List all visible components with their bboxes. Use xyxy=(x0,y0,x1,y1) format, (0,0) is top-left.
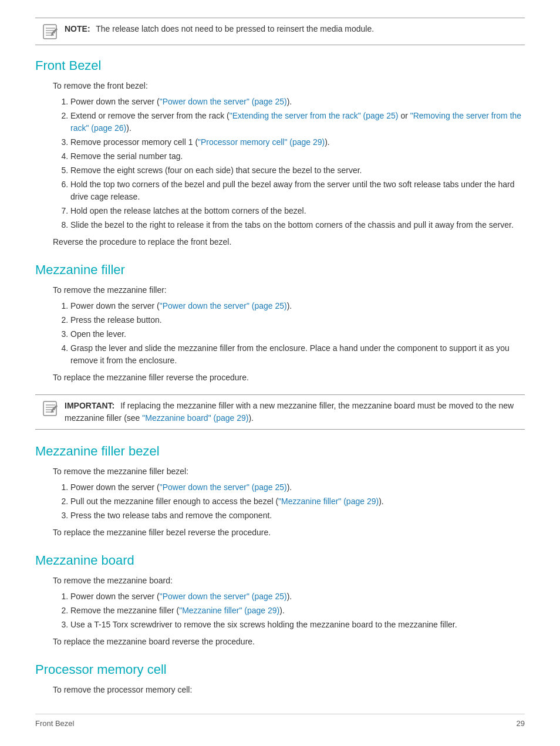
list-item: Pull out the mezzanine filler enough to … xyxy=(70,495,525,508)
mezzanine-filler-link-board[interactable]: "Mezzanine filler" (page 29) xyxy=(179,606,279,615)
extending-link[interactable]: "Extending the server from the rack" (pa… xyxy=(230,111,399,120)
section-front-bezel: Front Bezel To remove the front bezel: P… xyxy=(35,56,525,248)
mezzanine-filler-bezel-intro: To remove the mezzanine filler bezel: xyxy=(53,465,525,478)
list-item: Remove processor memory cell 1 ("Process… xyxy=(70,136,525,148)
section-heading-processor-memory-cell: Processor memory cell xyxy=(35,660,525,679)
section-mezzanine-filler-bezel: Mezzanine filler bezel To remove the mez… xyxy=(35,441,525,539)
section-heading-mezzanine-filler-bezel: Mezzanine filler bezel xyxy=(35,441,525,461)
list-item: Slide the bezel to the right to release … xyxy=(70,219,525,231)
power-down-link-4[interactable]: "Power down the server" (page 25) xyxy=(160,592,287,601)
front-bezel-close: Reverse the procedure to replace the fro… xyxy=(53,236,525,248)
mezzanine-board-close: To replace the mezzanine board reverse t… xyxy=(53,636,525,648)
list-item: Power down the server ("Power down the s… xyxy=(70,481,525,494)
footer-right: 29 xyxy=(517,718,525,730)
list-item: Extend or remove the server from the rac… xyxy=(70,110,525,134)
important-content: IMPORTANT: If replacing the mezzanine fi… xyxy=(65,400,518,424)
mezzanine-filler-intro: To remove the mezzanine filler: xyxy=(53,284,525,296)
note-box: NOTE: The release latch does not need to… xyxy=(35,18,525,45)
mezzanine-board-intro: To remove the mezzanine board: xyxy=(53,575,525,587)
list-item: Hold the top two corners of the bezel an… xyxy=(70,178,525,203)
note-icon xyxy=(42,23,59,40)
processor-memory-link-1[interactable]: "Processor memory cell" (page 29) xyxy=(198,137,325,147)
mezzanine-filler-list: Power down the server ("Power down the s… xyxy=(70,300,525,367)
power-down-link-3[interactable]: "Power down the server" (page 25) xyxy=(160,482,287,492)
section-heading-front-bezel: Front Bezel xyxy=(35,56,525,75)
section-heading-mezzanine-filler: Mezzanine filler xyxy=(35,260,525,279)
mezzanine-filler-link-bezel[interactable]: "Mezzanine filler" (page 29) xyxy=(278,497,379,506)
list-item: Open the lever. xyxy=(70,328,525,340)
section-mezzanine-filler: Mezzanine filler To remove the mezzanine… xyxy=(35,260,525,430)
important-box: IMPORTANT: If replacing the mezzanine fi… xyxy=(35,394,525,430)
mezzanine-filler-bezel-close: To replace the mezzanine filler bezel re… xyxy=(53,526,525,539)
mezzanine-filler-close: To replace the mezzanine filler reverse … xyxy=(53,372,525,384)
power-down-link-1[interactable]: "Power down the server" (page 25) xyxy=(160,97,287,106)
list-item: Use a T-15 Torx screwdriver to remove th… xyxy=(70,619,525,631)
list-item: Grasp the lever and slide the mezzanine … xyxy=(70,342,525,367)
important-label: IMPORTANT: xyxy=(65,401,114,410)
list-item: Hold open the release latches at the bot… xyxy=(70,205,525,217)
mezzanine-board-list: Power down the server ("Power down the s… xyxy=(70,590,525,631)
note-content: NOTE: The release latch does not need to… xyxy=(65,23,374,35)
list-item: Power down the server ("Power down the s… xyxy=(70,96,525,108)
important-text: If replacing the mezzanine filler with a… xyxy=(65,401,514,423)
section-mezzanine-board: Mezzanine board To remove the mezzanine … xyxy=(35,551,525,648)
list-item: Power down the server ("Power down the s… xyxy=(70,300,525,312)
list-item: Remove the eight screws (four on each si… xyxy=(70,164,525,177)
section-heading-mezzanine-board: Mezzanine board xyxy=(35,551,525,570)
front-bezel-intro: To remove the front bezel: xyxy=(53,80,525,92)
list-item: Remove the mezzanine filler ("Mezzanine … xyxy=(70,605,525,617)
list-item: Power down the server ("Power down the s… xyxy=(70,590,525,603)
important-icon xyxy=(42,400,59,417)
list-item: Press the two release tabs and remove th… xyxy=(70,509,525,522)
processor-memory-cell-intro: To remove the processor memory cell: xyxy=(53,684,525,696)
power-down-link-2[interactable]: "Power down the server" (page 25) xyxy=(160,301,287,310)
footer: Front Bezel 29 xyxy=(35,714,525,730)
list-item: Press the release button. xyxy=(70,314,525,326)
mezzanine-board-link[interactable]: "Mezzanine board" (page 29) xyxy=(142,413,248,423)
mezzanine-filler-bezel-list: Power down the server ("Power down the s… xyxy=(70,481,525,522)
note-text: The release latch does not need to be pr… xyxy=(96,24,374,33)
footer-left: Front Bezel xyxy=(35,718,74,730)
front-bezel-list: Power down the server ("Power down the s… xyxy=(70,96,525,231)
note-label: NOTE: xyxy=(65,24,90,33)
section-processor-memory-cell: Processor memory cell To remove the proc… xyxy=(35,660,525,696)
list-item: Remove the serial number tag. xyxy=(70,150,525,163)
